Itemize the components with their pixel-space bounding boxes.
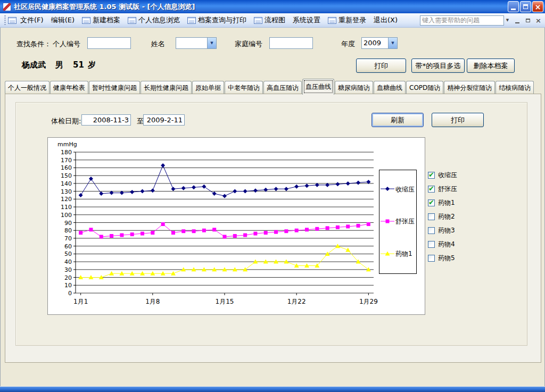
- multiselect-button[interactable]: 带*的项目多选: [411, 59, 465, 73]
- bp-chart: 0102030405060708090100110120130140150160…: [48, 138, 426, 315]
- checked-checkbox-icon[interactable]: [428, 186, 435, 193]
- tab-COPD随访[interactable]: COPD随访: [406, 81, 443, 95]
- chevron-down-icon[interactable]: [388, 38, 397, 48]
- checkbox-label: 舒张压: [438, 185, 457, 194]
- restore-icon: [523, 4, 528, 9]
- patient-name: 杨成武: [22, 60, 46, 70]
- checkbox-row-舒张压[interactable]: 舒张压: [428, 182, 524, 196]
- menu-item[interactable]: 文件(F): [16, 13, 47, 27]
- unchecked-checkbox-icon[interactable]: [428, 227, 435, 234]
- tab-糖尿病随访[interactable]: 糖尿病随访: [335, 81, 373, 95]
- refresh-button[interactable]: 刷新: [371, 113, 424, 127]
- mdi-minimize-button[interactable]: [513, 16, 522, 24]
- tab-结核病随访[interactable]: 结核病随访: [496, 81, 534, 95]
- delete-record-button[interactable]: 删除本档案: [467, 59, 515, 73]
- svg-text:20: 20: [64, 274, 72, 281]
- tab-高血压随访[interactable]: 高血压随访: [263, 81, 302, 95]
- personal-id-input[interactable]: [87, 37, 131, 49]
- form-icon: [128, 17, 136, 24]
- svg-text:1月22: 1月22: [287, 298, 306, 305]
- unchecked-checkbox-icon[interactable]: [428, 213, 435, 220]
- bp-chart-area: 0102030405060708090100110120130140150160…: [47, 137, 425, 315]
- date-to-input[interactable]: 2009-2-11: [143, 114, 185, 126]
- toolbar-grip[interactable]: [4, 15, 6, 25]
- year-combobox[interactable]: 2009: [361, 37, 398, 49]
- tab-中老年随访[interactable]: 中老年随访: [225, 81, 263, 95]
- window-bottom-border: [0, 386, 545, 392]
- legend-label: 收缩压: [395, 185, 415, 194]
- mdi-restore-button[interactable]: [523, 16, 532, 24]
- checkbox-row-药物4[interactable]: 药物4: [428, 237, 524, 251]
- svg-text:10: 10: [64, 282, 72, 289]
- svg-text:150: 150: [61, 172, 72, 179]
- svg-text:0: 0: [68, 290, 72, 297]
- menu-item-label: 流程图: [265, 15, 285, 25]
- checkbox-label: 药物3: [438, 226, 455, 235]
- menu-item-label: 文件(F): [20, 15, 44, 25]
- legend-item-药物1: 药物1: [381, 249, 416, 258]
- svg-text:90: 90: [64, 220, 72, 227]
- tab-精神分裂症随访[interactable]: 精神分裂症随访: [444, 81, 495, 95]
- tab-长期性健康问题[interactable]: 长期性健康问题: [141, 81, 192, 95]
- menu-item[interactable]: 系统设置: [289, 13, 324, 27]
- tab-暂时性健康问题[interactable]: 暂时性健康问题: [89, 81, 140, 95]
- close-button[interactable]: ×: [532, 1, 543, 12]
- date-from-input[interactable]: 2008-11-3: [81, 114, 131, 126]
- family-id-input[interactable]: [269, 37, 313, 49]
- restore-button[interactable]: [520, 1, 531, 12]
- menu-bar: 文件(F)编辑(E)新建档案个人信息浏览档案查询与打印流程图系统设置重新登录退出…: [0, 13, 545, 28]
- checkbox-row-收缩压[interactable]: 收缩压: [428, 168, 524, 182]
- menu-item[interactable]: 个人信息浏览: [124, 13, 184, 27]
- triangle-marker-icon: [381, 251, 394, 258]
- svg-text:100: 100: [61, 212, 72, 219]
- close-icon: ×: [535, 3, 541, 11]
- main-content: 查找条件： 个人编号 姓名 家庭编号 年度 2009 杨成武 男 51 岁 打印…: [0, 28, 545, 386]
- help-search-input[interactable]: [420, 16, 503, 24]
- tab-血压曲线[interactable]: 血压曲线: [302, 79, 334, 95]
- mdi-close-button[interactable]: ×: [534, 16, 543, 24]
- name-combobox-value: [176, 38, 207, 48]
- unchecked-checkbox-icon[interactable]: [428, 241, 435, 248]
- checkbox-label: 药物4: [438, 240, 455, 249]
- svg-text:120: 120: [61, 196, 72, 203]
- svg-text:40: 40: [64, 258, 72, 265]
- form-icon: [187, 17, 196, 24]
- legend-label: 药物1: [395, 249, 412, 258]
- checked-checkbox-icon[interactable]: [428, 172, 435, 179]
- svg-text:mmHg: mmHg: [57, 141, 77, 148]
- tab-血糖曲线[interactable]: 血糖曲线: [374, 81, 406, 95]
- panel-print-button[interactable]: 打印: [432, 113, 484, 127]
- menu-item[interactable]: 档案查询与打印: [184, 13, 250, 27]
- svg-text:170: 170: [61, 157, 72, 164]
- checked-checkbox-icon[interactable]: [428, 199, 435, 206]
- unchecked-checkbox-icon[interactable]: [428, 255, 435, 262]
- menu-item[interactable]: 退出(X): [370, 13, 401, 27]
- chevron-down-icon[interactable]: [207, 38, 216, 48]
- tab-个人一般情况[interactable]: 个人一般情况: [5, 81, 49, 95]
- menu-item-label: 重新登录: [338, 15, 366, 25]
- help-dropdown-icon[interactable]: [504, 15, 511, 26]
- year-combobox-value: 2009: [362, 38, 388, 48]
- name-combobox[interactable]: [176, 37, 217, 49]
- series-checkbox-list: 收缩压舒张压药物1药物2药物3药物4药物5: [428, 168, 524, 265]
- svg-text:1月29: 1月29: [359, 298, 378, 305]
- checkbox-row-药物1[interactable]: 药物1: [428, 196, 524, 210]
- checkbox-row-药物5[interactable]: 药物5: [428, 251, 524, 265]
- tab-健康年检表[interactable]: 健康年检表: [50, 81, 88, 95]
- menubar-items: 文件(F)编辑(E)新建档案个人信息浏览档案查询与打印流程图系统设置重新登录退出…: [16, 13, 401, 27]
- print-button[interactable]: 打印: [356, 59, 406, 73]
- minimize-button[interactable]: [508, 1, 519, 12]
- patient-gender: 男: [55, 60, 63, 70]
- checkbox-row-药物2[interactable]: 药物2: [428, 210, 524, 223]
- menu-item[interactable]: 重新登录: [324, 13, 370, 27]
- svg-text:1月15: 1月15: [216, 298, 234, 305]
- svg-text:140: 140: [61, 180, 72, 187]
- search-conditions-label: 查找条件：: [16, 39, 51, 49]
- help-search-box[interactable]: [420, 15, 504, 26]
- checkbox-row-药物3[interactable]: 药物3: [428, 223, 524, 237]
- tab-原始单据[interactable]: 原始单据: [192, 81, 224, 95]
- menu-item[interactable]: 编辑(E): [47, 13, 78, 27]
- menu-item[interactable]: 流程图: [250, 13, 289, 27]
- menu-item[interactable]: 新建档案: [78, 13, 124, 27]
- svg-text:30: 30: [64, 266, 72, 273]
